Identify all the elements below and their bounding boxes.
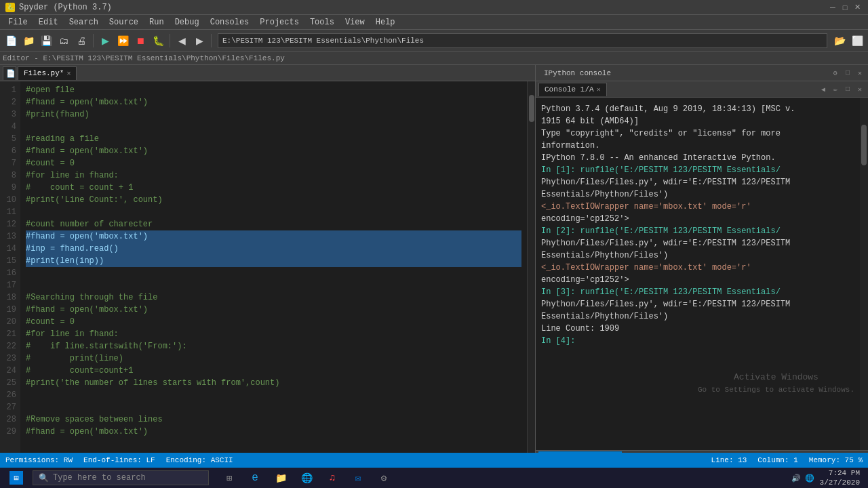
console-inner-ctrl-4[interactable]: ✕ — [854, 84, 865, 95]
code-line-19: #fhand = open('mbox.txt') — [26, 304, 521, 316]
line-number-21: 21 — [0, 328, 16, 340]
search-bar[interactable]: 🔍 Type here to search — [33, 470, 209, 485]
menu-item-search[interactable]: Search — [64, 16, 104, 28]
start-button[interactable]: ⊞ — [3, 469, 30, 487]
line-number-25: 25 — [0, 377, 16, 389]
console-tab-1[interactable]: Console 1/A ✕ — [538, 83, 607, 96]
taskbar-item-mail[interactable]: ✉ — [346, 469, 370, 487]
menu-item-edit[interactable]: Edit — [33, 16, 64, 28]
status-left: Permissions: RW End-of-lines: LF Encodin… — [5, 456, 233, 464]
console-inner-ctrl-2[interactable]: ✏ — [830, 84, 841, 95]
console-line-10: <_io.TextIOWrapper name='mbox.txt' mode=… — [541, 201, 863, 213]
taskbar-item-ie[interactable]: e — [243, 469, 267, 487]
title-bar-left: 🐍 Spyder (Python 3.7) — [5, 3, 112, 12]
maximize-button[interactable]: □ — [840, 2, 850, 13]
debug-button[interactable]: 🐛 — [150, 33, 166, 49]
clock-date: 3/27/2020 — [820, 478, 860, 487]
line-number-18: 18 — [0, 291, 16, 304]
editor-tab-close[interactable]: ✕ — [66, 69, 71, 77]
next-button[interactable]: ▶ — [191, 33, 208, 49]
line-number-12: 12 — [0, 218, 16, 230]
console-tab-bar: IPython console ⚙ □ ✕ — [536, 65, 868, 81]
line-number-9: 9 — [0, 182, 16, 194]
menu-item-debug[interactable]: Debug — [170, 16, 205, 28]
menu-item-tools[interactable]: Tools — [304, 16, 340, 28]
code-line-24: # count=count+1 — [26, 365, 521, 377]
save-all-button[interactable]: 🗂 — [56, 33, 72, 49]
taskbar-item-settings[interactable]: ⚙ — [372, 469, 396, 487]
maximize-editor-button[interactable]: ⬜ — [849, 33, 865, 49]
clock-time: 7:24 PM — [820, 468, 860, 478]
menu-item-view[interactable]: View — [340, 16, 370, 28]
taskbar-items: ⊞ e 📁 🌐 ♫ ✉ ⚙ — [217, 469, 396, 487]
console-line-17: encoding='cp1252'> — [541, 274, 863, 286]
editor-scrollbar[interactable] — [527, 81, 535, 466]
console-line-22: Line Count: 1909 — [541, 323, 863, 335]
line-numbers: 1234567891011121314151617181920212223242… — [0, 81, 20, 466]
console-scrollbar[interactable] — [860, 98, 868, 450]
console-line-20: Phython/Files/Files.py', wdir='E:/PESITM… — [541, 298, 863, 310]
menu-item-file[interactable]: File — [3, 16, 33, 28]
taskbar-item-taskview[interactable]: ⊞ — [217, 469, 241, 487]
print-button[interactable]: 🖨 — [73, 33, 90, 49]
system-tray: 🔊 🌐 — [791, 474, 814, 483]
code-line-22: # if line.startswith('From:'): — [26, 340, 521, 352]
line-number-14: 14 — [0, 243, 16, 255]
code-line-7: #count = 0 — [26, 157, 521, 169]
taskbar-item-music[interactable]: ♫ — [320, 469, 344, 487]
taskbar-item-chrome[interactable]: 🌐 — [294, 469, 319, 487]
status-line: Line: 13 — [711, 456, 747, 464]
line-number-15: 15 — [0, 255, 16, 267]
code-line-26 — [26, 389, 521, 401]
menu-item-projects[interactable]: Projects — [254, 16, 304, 28]
code-line-9: # count = count + 1 — [26, 182, 521, 194]
code-line-8: #for line in fhand: — [26, 169, 521, 182]
console-line-2: Type "copyright", "credits" or "license"… — [541, 127, 863, 140]
browse-button[interactable]: 📂 — [831, 33, 848, 49]
line-number-16: 16 — [0, 267, 16, 279]
console-inner-ctrl-3[interactable]: □ — [842, 84, 853, 95]
prev-button[interactable]: ◀ — [174, 33, 190, 49]
console-line-9: Essentials/Phython/Files') — [541, 188, 863, 201]
console-title: IPython console — [538, 69, 616, 77]
console-inner-ctrl-1[interactable]: ◀ — [818, 84, 829, 95]
stop-button[interactable]: ⏹ — [132, 33, 149, 49]
code-line-23: # print(line) — [26, 352, 521, 365]
code-area[interactable]: #open file#fhand = open('mbox.txt')#prin… — [20, 81, 527, 466]
new-file-button[interactable]: 📄 — [3, 33, 19, 49]
code-line-3: #print(fhand) — [26, 108, 521, 121]
code-line-16 — [26, 267, 521, 279]
taskbar: ⊞ 🔍 Type here to search ⊞ e 📁 🌐 ♫ ✉ ⚙ 🔊 … — [0, 468, 868, 488]
menu-item-source[interactable]: Source — [104, 16, 144, 28]
console-gear-icon[interactable]: ⚙ — [830, 68, 841, 79]
console-tab-close[interactable]: ✕ — [597, 85, 601, 94]
console-line-8: Phython/Files/Files.py', wdir='E:/PESITM… — [541, 176, 863, 188]
minimize-button[interactable]: ─ — [827, 2, 838, 13]
close-button[interactable]: ✕ — [852, 2, 863, 13]
taskbar-item-explorer[interactable]: 📁 — [269, 469, 293, 487]
console-maximize-icon[interactable]: □ — [842, 68, 853, 79]
menu-item-help[interactable]: Help — [370, 16, 401, 28]
console-close-icon[interactable]: ✕ — [854, 68, 865, 79]
taskbar-right: 🔊 🌐 7:24 PM 3/27/2020 — [791, 468, 865, 487]
save-file-button[interactable]: 💾 — [38, 33, 54, 49]
console-pane: IPython console ⚙ □ ✕ Console 1/A ✕ ◀ ✏ … — [536, 65, 868, 466]
run-button[interactable]: ▶ — [97, 33, 113, 49]
editor-scrollbar-thumb[interactable] — [529, 95, 534, 122]
code-line-29: #fhand = open('mbox.txt') — [26, 426, 521, 438]
code-editor[interactable]: 1234567891011121314151617181920212223242… — [0, 81, 535, 466]
line-number-19: 19 — [0, 304, 16, 316]
console-line-16: <_io.TextIOWrapper name='mbox.txt' mode=… — [541, 262, 863, 274]
menu-item-consoles[interactable]: Consoles — [205, 16, 255, 28]
status-right: Line: 13 Column: 1 Memory: 75 % — [711, 456, 863, 464]
run-file-button[interactable]: ⏩ — [115, 33, 131, 49]
line-number-8: 8 — [0, 169, 16, 182]
line-number-24: 24 — [0, 365, 16, 377]
console-scrollbar-thumb[interactable] — [861, 125, 867, 165]
editor-tab-files[interactable]: Files.py* ✕ — [18, 66, 77, 80]
open-file-button[interactable]: 📁 — [20, 33, 37, 49]
status-column: Column: 1 — [757, 456, 797, 464]
line-number-7: 7 — [0, 157, 16, 169]
code-line-2: #fhand = open('mbox.txt') — [26, 96, 521, 108]
menu-item-run[interactable]: Run — [144, 16, 170, 28]
